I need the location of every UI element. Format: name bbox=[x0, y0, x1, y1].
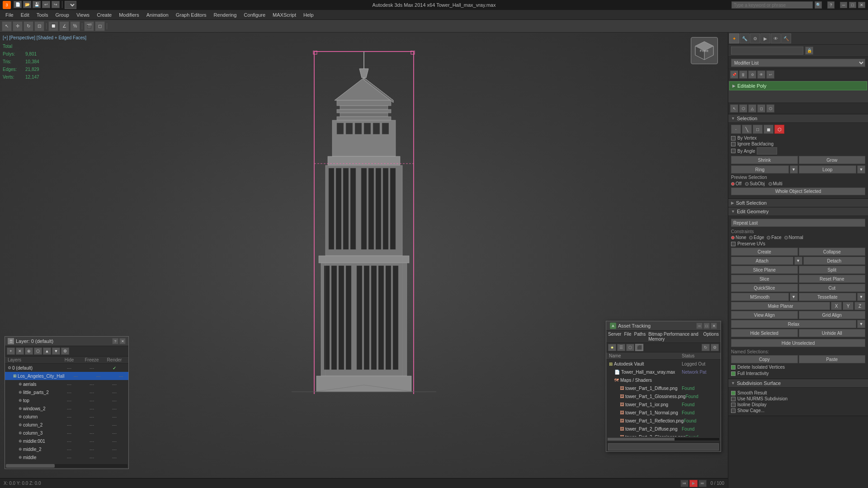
layer-row-0[interactable]: ⚙ 0 (default) --- --- ✓ bbox=[5, 364, 128, 372]
select-tool[interactable]: ↖ bbox=[2, 21, 12, 31]
layers-close-btn[interactable]: ✕ bbox=[119, 338, 126, 344]
mod-icon2-3[interactable]: △ bbox=[748, 104, 756, 113]
angle-snap[interactable]: ∠ bbox=[59, 21, 69, 31]
msmooth-button[interactable]: MSmooth bbox=[731, 293, 789, 301]
search-input[interactable] bbox=[731, 1, 813, 9]
ignore-backfacing-checkbox[interactable] bbox=[731, 142, 736, 146]
angle-input[interactable]: 45.0 bbox=[757, 147, 777, 155]
menu-views[interactable]: Views bbox=[73, 11, 93, 19]
delete-isolated-checkbox[interactable] bbox=[731, 365, 736, 370]
layer-row-1[interactable]: ⊞ Los_Angeles_City_Hall --- --- --- bbox=[5, 372, 128, 380]
asset-minimize-btn[interactable]: ─ bbox=[696, 323, 703, 329]
search-icon[interactable]: 🔍 bbox=[815, 1, 822, 9]
slice-button[interactable]: Slice bbox=[731, 275, 798, 283]
relax-button[interactable]: Relax bbox=[731, 320, 856, 328]
close-button[interactable]: ✕ bbox=[858, 2, 865, 8]
mod-icon-pin[interactable]: 📌 bbox=[730, 70, 738, 79]
copy-button[interactable]: Copy bbox=[731, 355, 798, 363]
isoline-checkbox[interactable] bbox=[731, 403, 736, 407]
by-vertex-checkbox[interactable] bbox=[731, 136, 736, 141]
workspace-select[interactable]: Workspace: Default bbox=[65, 1, 76, 9]
tessellate-button[interactable]: Tessellate bbox=[799, 293, 857, 301]
snap-toggle[interactable]: 🔲 bbox=[48, 21, 58, 31]
panel-tab-motion[interactable]: ▶ bbox=[760, 33, 770, 43]
menu-modifiers[interactable]: Modifiers bbox=[115, 11, 143, 19]
asset-row-ior1[interactable]: 🖼 tower_Part_1_ior.png Found bbox=[606, 400, 721, 408]
menu-tools[interactable]: Tools bbox=[33, 11, 52, 19]
hide-unselected-button[interactable]: Hide Unselected bbox=[731, 339, 865, 347]
sel-vertex-icon[interactable]: · bbox=[731, 125, 741, 134]
maximize-button[interactable]: □ bbox=[849, 2, 856, 8]
layers-delete-btn[interactable]: ✕ bbox=[16, 347, 24, 355]
mod-icon-show[interactable]: 👁 bbox=[757, 70, 765, 79]
layers-properties-btn[interactable]: ⚙ bbox=[61, 347, 69, 355]
asset-row-maps[interactable]: 🗺 Maps / Shaders bbox=[606, 376, 721, 384]
asset-refresh-btn[interactable]: ↻ bbox=[702, 344, 710, 351]
move-tool[interactable]: ✛ bbox=[13, 21, 23, 31]
sel-edge-icon[interactable]: ╲ bbox=[742, 125, 752, 134]
ring-button[interactable]: Ring bbox=[731, 165, 789, 174]
editable-poly-expand[interactable]: ▶ bbox=[732, 84, 736, 88]
panel-tab-modify[interactable]: 🔧 bbox=[740, 33, 750, 43]
mod-icon2-4[interactable]: ◻ bbox=[757, 104, 765, 113]
view-align-button[interactable]: View Align bbox=[731, 311, 798, 319]
sel-element-icon[interactable]: ⬡ bbox=[774, 125, 784, 134]
quickslice-button[interactable]: QuickSlice bbox=[731, 284, 798, 292]
relax-arrow[interactable]: ▼ bbox=[857, 320, 865, 328]
prev-frame[interactable]: ⏮ bbox=[680, 480, 689, 487]
asset-maximize-btn[interactable]: □ bbox=[703, 323, 710, 329]
mod-icon2-5[interactable]: ⬡ bbox=[766, 104, 774, 113]
planar-x-button[interactable]: X bbox=[831, 302, 842, 310]
material-editor[interactable]: ◻ bbox=[95, 21, 105, 31]
panel-tab-create[interactable]: ✦ bbox=[729, 33, 739, 43]
menu-file[interactable]: File bbox=[2, 11, 17, 19]
layer-row-top[interactable]: ⊕ top --- --- --- bbox=[5, 396, 128, 404]
toolbar-icon-new[interactable]: 📄 bbox=[14, 1, 22, 8]
show-cage-checkbox[interactable] bbox=[731, 408, 736, 413]
lock-icon[interactable]: 🔒 bbox=[805, 47, 813, 55]
asset-h-scrollbar[interactable] bbox=[607, 437, 720, 441]
menu-graph-editors[interactable]: Graph Editors bbox=[172, 11, 210, 19]
preview-subobj-radio[interactable]: SubObj bbox=[745, 181, 764, 186]
constraint-none[interactable]: None bbox=[731, 235, 746, 240]
make-planar-button[interactable]: Make Planar bbox=[731, 302, 830, 310]
render-setup[interactable]: 🎬 bbox=[84, 21, 94, 31]
nav-cube[interactable]: Front bbox=[691, 37, 719, 65]
detach-button[interactable]: Detach bbox=[803, 257, 866, 265]
asset-menu-bitmap[interactable]: Bitmap Performance and Memory bbox=[648, 332, 700, 342]
sel-border-icon[interactable]: □ bbox=[753, 125, 763, 134]
menu-configure[interactable]: Configure bbox=[240, 11, 269, 19]
modifier-list-select[interactable]: Modifier List bbox=[731, 59, 865, 67]
percent-snap[interactable]: % bbox=[70, 21, 80, 31]
menu-edit[interactable]: Edit bbox=[17, 11, 33, 19]
unhide-all-button[interactable]: Unhide All bbox=[799, 329, 866, 337]
soft-selection-header[interactable]: ▶ Soft Selection bbox=[728, 199, 868, 207]
help-icon[interactable]: ? bbox=[827, 1, 835, 9]
menu-group[interactable]: Group bbox=[52, 11, 73, 19]
layer-row-parapet[interactable]: ⊕ parapet_1 --- --- --- bbox=[5, 461, 128, 463]
asset-row-normal1[interactable]: 🖼 tower_Part_1_Normal.png Found bbox=[606, 408, 721, 417]
mod-icon2-2[interactable]: ⬡ bbox=[739, 104, 747, 113]
loop-button[interactable]: Loop bbox=[799, 165, 857, 174]
grid-align-button[interactable]: Grid Align bbox=[799, 311, 866, 319]
rotate-tool[interactable]: ↻ bbox=[24, 21, 33, 31]
split-button[interactable]: Split bbox=[799, 266, 866, 274]
layers-scrollbar[interactable] bbox=[6, 464, 127, 468]
layer-row-middle[interactable]: ⊕ middle --- --- --- bbox=[5, 453, 128, 461]
mod-icon2-1[interactable]: ↖ bbox=[730, 104, 738, 113]
edit-geometry-header[interactable]: ▼ Edit Geometry bbox=[728, 207, 868, 216]
use-nurms-checkbox[interactable] bbox=[731, 397, 736, 401]
menu-rendering[interactable]: Rendering bbox=[210, 11, 241, 19]
layer-row-middle001[interactable]: ⊕ middle:001 --- --- --- bbox=[5, 437, 128, 445]
asset-search-input[interactable] bbox=[608, 443, 719, 450]
asset-row-gloss1[interactable]: 🖼 tower_Part_1_Glossiness.png Found bbox=[606, 392, 721, 400]
layers-add-selection-btn[interactable]: ⊕ bbox=[25, 347, 33, 355]
hide-selected-button[interactable]: Hide Selected bbox=[731, 329, 798, 337]
toolbar-icon-redo[interactable]: ↪ bbox=[52, 1, 60, 8]
layer-row-windows2[interactable]: ⊕ windows_2 --- --- --- bbox=[5, 404, 128, 413]
mod-icon-delete[interactable]: 🗑 bbox=[739, 70, 747, 79]
paste-button[interactable]: Paste bbox=[799, 355, 866, 363]
attach-arrow[interactable]: ▼ bbox=[794, 257, 802, 265]
layer-row-little-parts[interactable]: ⊕ little_parts_2 --- --- --- bbox=[5, 388, 128, 396]
smooth-result-checkbox[interactable] bbox=[731, 391, 736, 395]
